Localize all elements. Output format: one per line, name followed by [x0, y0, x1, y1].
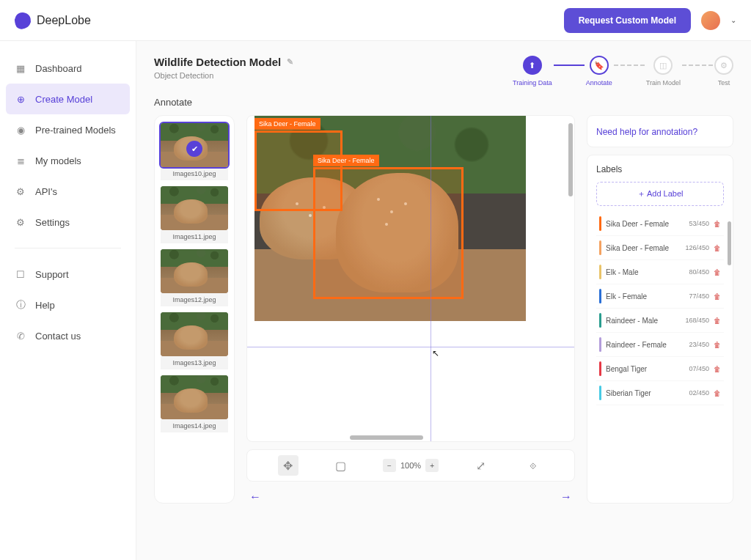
sidebar-item-help[interactable]: ⓘHelp [0, 290, 136, 320]
label-name: Raindeer - Male [606, 317, 681, 325]
sidebar-item-label: Dashboard [35, 63, 82, 74]
label-color-icon [599, 386, 601, 400]
label-count: 02/450 [689, 389, 709, 397]
thumbnail[interactable]: Images12.jpeg [161, 249, 228, 306]
bounding-box[interactable]: Sika Deer - Female [313, 167, 464, 299]
label-color-icon [599, 240, 601, 255]
label-row[interactable]: Bengal Tiger07/450🗑 [596, 357, 724, 381]
step-icon: ◫ [653, 56, 673, 75]
label-row[interactable]: Siberian Tiger02/450🗑 [596, 381, 724, 405]
scrollbar-horizontal[interactable] [350, 435, 423, 440]
delete-label-icon[interactable]: 🗑 [714, 244, 721, 252]
sidebar-item-contact-us[interactable]: ✆Contact us [0, 320, 136, 351]
delete-label-icon[interactable]: 🗑 [714, 341, 721, 349]
sidebar-item-settings[interactable]: ⚙Settings [0, 207, 136, 237]
topbar: DeepLobe Request Custom Model ⌄ [0, 0, 751, 41]
step-label: Test [718, 79, 730, 86]
label-count: 07/450 [689, 365, 709, 372]
label-row[interactable]: Raindeer - Female23/450🗑 [596, 333, 724, 357]
canvas-toolbar: ✥ ▢ − 100% + ⤢ ⟐ [246, 449, 575, 482]
label-name: Raindeer - Female [606, 341, 684, 349]
sidebar-item-support[interactable]: ☐Support [0, 259, 136, 290]
sidebar-item-pre-trained-models[interactable]: ◉Pre-trained Models [0, 114, 136, 145]
cursor-icon: ↖ [432, 348, 439, 358]
app-name: DeepLobe [37, 14, 91, 27]
step-training-data[interactable]: ⬆Training Data [513, 56, 552, 86]
request-custom-model-button[interactable]: Request Custom Model [564, 8, 691, 33]
add-label-button[interactable]: ＋ Add Label [596, 182, 724, 206]
sidebar-item-dashboard[interactable]: ▦Dashboard [0, 53, 136, 84]
sidebar-item-my-models[interactable]: ≣My models [0, 145, 136, 176]
label-count: 80/450 [689, 268, 709, 276]
cog-icon: ⚙ [15, 185, 26, 197]
label-row[interactable]: Raindeer - Male168/450🗑 [596, 309, 724, 333]
label-name: Sika Deer - Female [606, 220, 684, 228]
label-name: Bengal Tiger [606, 365, 684, 373]
sidebar-item-api-s[interactable]: ⚙API's [0, 176, 136, 207]
annotation-help-link[interactable]: Need help for annotation? [596, 127, 697, 137]
label-row[interactable]: Sika Deer - Female53/450🗑 [596, 212, 724, 236]
layers-icon: ≣ [15, 155, 26, 166]
label-count: 77/450 [689, 292, 709, 300]
support-icon: ☐ [15, 268, 26, 280]
sidebar-item-label: Support [35, 269, 69, 280]
prev-image-button[interactable]: ← [249, 490, 261, 504]
chevron-down-icon[interactable]: ⌄ [730, 16, 736, 24]
avatar[interactable] [701, 11, 720, 30]
edit-icon[interactable]: ✎ [287, 57, 293, 67]
labels-scrollbar[interactable] [728, 221, 731, 265]
labels-title: Labels [596, 164, 724, 174]
bbox-tool[interactable]: ▢ [330, 455, 351, 476]
sidebar-item-label: Help [35, 300, 55, 311]
thumbnail-name: Images12.jpeg [161, 293, 228, 306]
divider [15, 248, 121, 248]
label-row[interactable]: Elk - Male80/450🗑 [596, 260, 724, 284]
delete-label-icon[interactable]: 🗑 [714, 365, 721, 373]
label-color-icon [599, 361, 601, 376]
thumbnail-name: Images11.jpeg [161, 230, 228, 243]
label-color-icon [599, 337, 601, 352]
sidebar-item-label: My models [35, 155, 81, 166]
label-name: Siberian Tiger [606, 389, 684, 397]
page-subtitle: Object Detection [154, 71, 293, 80]
step-annotate[interactable]: 🔖Annotate [586, 56, 612, 86]
label-count: 168/450 [685, 317, 709, 324]
thumbnail[interactable]: Images14.jpeg [161, 375, 228, 432]
label-name: Elk - Male [606, 268, 684, 276]
step-test[interactable]: ⚙Test [714, 56, 733, 86]
scrollbar-vertical[interactable] [568, 123, 573, 196]
annotation-canvas[interactable]: Sika Deer - FemaleSika Deer - Female ↖ [246, 115, 575, 442]
thumbnail-name: Images14.jpeg [161, 419, 228, 432]
step-icon: ⬆ [523, 56, 542, 75]
label-color-icon [599, 216, 601, 231]
page-title: Wildlife Detection Model✎ [154, 56, 293, 68]
logo[interactable]: DeepLobe [15, 12, 91, 29]
thumbnail[interactable]: Images13.jpeg [161, 312, 228, 369]
thumbnail-strip[interactable]: ✔Images10.jpegImages11.jpegImages12.jpeg… [154, 115, 235, 504]
delete-label-icon[interactable]: 🗑 [714, 389, 721, 397]
label-color-icon [599, 289, 601, 303]
thumbnail[interactable]: ✔Images10.jpeg [161, 123, 228, 180]
delete-label-icon[interactable]: 🗑 [714, 292, 721, 301]
move-tool[interactable]: ✥ [278, 455, 298, 476]
sidebar-item-create-model[interactable]: ⊕Create Model [6, 84, 130, 114]
main: Wildlife Detection Model✎ Object Detecti… [136, 41, 751, 560]
help-icon: ⓘ [15, 299, 26, 311]
delete-label-icon[interactable]: 🗑 [714, 220, 721, 228]
zoom-in-button[interactable]: + [425, 459, 439, 472]
label-color-icon [599, 313, 601, 328]
fullscreen-tool[interactable]: ⤢ [471, 455, 491, 476]
crop-tool[interactable]: ⟐ [523, 455, 543, 476]
step-train-model[interactable]: ◫Train Model [646, 56, 681, 86]
sidebar-item-label: Contact us [35, 331, 81, 342]
delete-label-icon[interactable]: 🗑 [714, 317, 721, 325]
thumbnail[interactable]: Images11.jpeg [161, 186, 228, 243]
label-row[interactable]: Sika Deer - Female126/450🗑 [596, 236, 724, 260]
next-image-button[interactable]: → [560, 490, 572, 504]
delete-label-icon[interactable]: 🗑 [714, 268, 721, 276]
step-icon: ⚙ [714, 56, 733, 75]
zoom-out-button[interactable]: − [383, 459, 396, 472]
label-name: Elk - Female [606, 292, 684, 301]
thumbnail-name: Images10.jpeg [161, 167, 228, 180]
label-row[interactable]: Elk - Female77/450🗑 [596, 284, 724, 309]
